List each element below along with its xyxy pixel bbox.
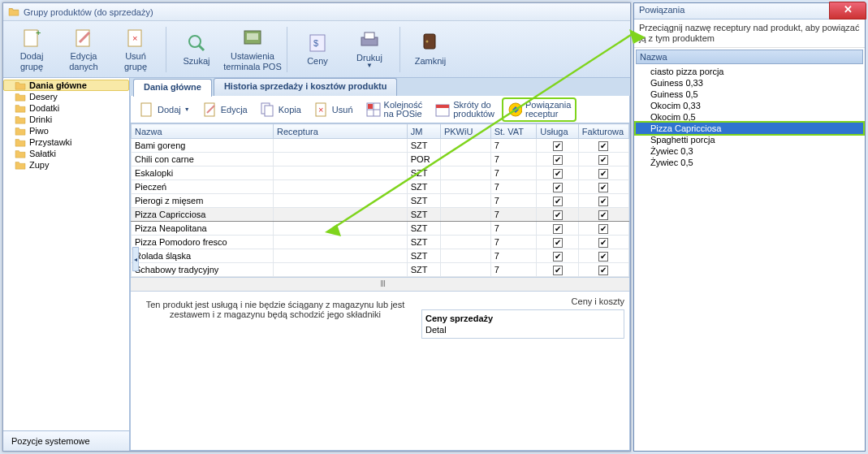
pos-settings-button[interactable]: Ustawienia terminala POS	[225, 24, 280, 75]
category-tree[interactable]: Dania główneDeseryDodatkiDrinkiPiwoPrzys…	[3, 78, 129, 430]
product-grid[interactable]: NazwaRecepturaJMPKWiUSt. VATUsługaFaktur…	[130, 123, 630, 451]
recipe-item[interactable]: Żywiec 0,3	[636, 145, 863, 157]
checkbox[interactable]: ✔	[598, 183, 608, 192]
tree-item[interactable]: Piwo	[3, 125, 129, 136]
add-button[interactable]: Dodaj ▼	[134, 99, 196, 120]
col-header[interactable]: Usługa	[537, 124, 578, 139]
prices-cost-label: Ceny i koszty	[421, 296, 624, 306]
col-header[interactable]: Nazwa	[132, 124, 274, 139]
edit-data-button[interactable]: Edycja danych	[60, 24, 107, 75]
edit-icon	[72, 27, 95, 50]
close-panel-button[interactable]: ✕	[829, 2, 866, 19]
svg-rect-8	[247, 33, 258, 40]
tree-item[interactable]: Dodatki	[3, 102, 129, 114]
print-button[interactable]: Drukuj ▼	[346, 24, 393, 75]
svg-line-6	[199, 45, 204, 50]
checkbox[interactable]: ✔	[598, 169, 608, 179]
checkbox[interactable]: ✔	[598, 252, 608, 262]
svg-text:+: +	[36, 28, 41, 37]
recipe-item[interactable]: ciasto pizza porcja	[636, 66, 863, 77]
col-header[interactable]: PKWiU	[440, 124, 490, 139]
recipe-list[interactable]: ciasto pizza porcjaGuiness 0,33Guiness 0…	[636, 66, 863, 168]
table-row[interactable]: PieczeńSZT7✔✔	[132, 180, 629, 194]
table-row[interactable]: Bami gorengSZT7✔✔	[132, 139, 629, 153]
checkbox[interactable]: ✔	[553, 141, 563, 151]
checkbox[interactable]: ✔	[598, 197, 608, 206]
prices-button[interactable]: $ Ceny	[294, 24, 341, 75]
checkbox[interactable]: ✔	[598, 224, 608, 234]
table-row[interactable]: Schabowy tradycyjnySZT7✔✔	[132, 263, 629, 277]
sidebar: Dania główneDeseryDodatkiDrinkiPiwoPrzys…	[3, 78, 130, 451]
checkbox[interactable]: ✔	[553, 155, 563, 165]
delete-button[interactable]: × Usuń	[309, 99, 359, 120]
tree-item[interactable]: Sałatki	[3, 148, 129, 159]
pencil-icon	[203, 102, 218, 117]
tree-item[interactable]: Drinki	[3, 114, 129, 125]
search-button[interactable]: Szukaj	[173, 24, 220, 75]
horizontal-scrollbar[interactable]	[131, 277, 629, 291]
checkbox[interactable]: ✔	[598, 141, 608, 151]
sale-prices-box: Ceny sprzedaży Detal	[421, 309, 624, 339]
sidebar-splitter[interactable]: ◂	[132, 247, 139, 271]
checkbox[interactable]: ✔	[553, 183, 563, 192]
copy-button[interactable]: Kopia	[255, 99, 307, 120]
separator	[399, 27, 400, 72]
recipe-item[interactable]: Żywiec 0,5	[636, 157, 863, 168]
shortcuts-button[interactable]: Skróty doproduktów	[430, 97, 500, 122]
checkbox[interactable]: ✔	[598, 210, 608, 220]
table-row[interactable]: Rolada śląskaSZT7✔✔	[132, 249, 629, 263]
folder-icon	[15, 103, 26, 113]
delete-group-button[interactable]: × Usuń grupę	[112, 24, 159, 75]
close-icon	[419, 32, 442, 54]
pos-icon	[241, 27, 264, 50]
recipe-item[interactable]: Guiness 0,5	[636, 89, 863, 100]
checkbox[interactable]: ✔	[553, 238, 563, 248]
close-button[interactable]: Zamknij	[407, 24, 454, 75]
table-row[interactable]: Pierogi z mięsemSZT7✔✔	[132, 194, 629, 208]
calendar-icon	[435, 102, 450, 117]
table-row[interactable]: Pizza NeapolitanaSZT7✔✔	[132, 222, 629, 236]
col-header[interactable]: JM	[407, 124, 440, 139]
checkbox[interactable]: ✔	[598, 155, 608, 165]
tree-item[interactable]: Przystawki	[3, 136, 129, 148]
recipe-item[interactable]: Okocim 0,5	[636, 111, 863, 123]
recipe-links-button[interactable]: Powiązaniareceptur	[502, 97, 577, 122]
tab-history[interactable]: Historia sprzedaży i kosztów produktu	[214, 78, 397, 96]
svg-rect-18	[265, 106, 273, 116]
chevron-down-icon: ▼	[366, 63, 373, 70]
recipe-panel: ✕ Powiązania Przeciągnij nazwę receptury…	[633, 2, 866, 452]
checkbox[interactable]: ✔	[553, 252, 563, 262]
checkbox[interactable]: ✔	[598, 238, 608, 248]
system-positions-button[interactable]: Pozycje systemowe	[3, 430, 129, 451]
col-header[interactable]: Receptura	[274, 124, 408, 139]
tree-item[interactable]: Zupy	[3, 159, 129, 171]
checkbox[interactable]: ✔	[553, 169, 563, 179]
folder-icon	[8, 6, 19, 18]
recipe-item[interactable]: Spaghetti porcja	[636, 134, 863, 145]
tree-item[interactable]: Desery	[3, 91, 129, 102]
table-row[interactable]: Chili con carnePOR7✔✔	[132, 153, 629, 166]
edit-button[interactable]: Edycja	[197, 99, 253, 120]
pos-order-button[interactable]: Kolejnośćna POSie	[361, 97, 429, 122]
table-row[interactable]: Pizza Pomodoro frescoSZT7✔✔	[132, 236, 629, 249]
table-row[interactable]: EskalopkiSZT7✔✔	[132, 166, 629, 180]
col-header[interactable]: Fakturowa	[578, 124, 628, 139]
checkbox[interactable]: ✔	[553, 266, 563, 275]
checkbox[interactable]: ✔	[598, 266, 608, 275]
checkbox[interactable]: ✔	[553, 224, 563, 234]
recipe-item[interactable]: Pizza Capricciosa	[636, 123, 863, 134]
folder-icon	[15, 80, 26, 90]
tree-item[interactable]: Dania główne	[3, 80, 129, 91]
footer: Ten produkt jest usługą i nie będzie ści…	[131, 291, 629, 395]
add-icon: +	[20, 27, 43, 50]
checkbox[interactable]: ✔	[553, 197, 563, 206]
checkbox[interactable]: ✔	[553, 210, 563, 220]
col-header[interactable]: St. VAT	[490, 124, 537, 139]
recipe-item[interactable]: Guiness 0,33	[636, 77, 863, 89]
tab-main[interactable]: Dania główne	[133, 79, 212, 97]
add-group-button[interactable]: + Dodaj grupę	[8, 24, 55, 75]
recipe-item[interactable]: Okocim 0,33	[636, 100, 863, 111]
print-icon	[358, 28, 381, 51]
panel-list-header: Nazwa	[636, 50, 863, 64]
table-row[interactable]: Pizza CapricciosaSZT7✔✔	[132, 208, 629, 222]
